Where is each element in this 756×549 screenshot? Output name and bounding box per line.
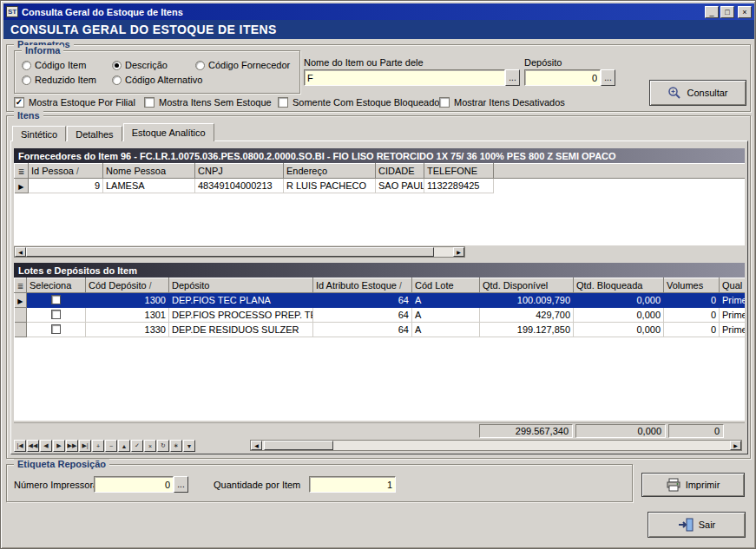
column-header-label: Qtd. Disponível — [483, 280, 548, 291]
column-header-label: Id Pessoa — [31, 166, 74, 176]
column-header-seleciona[interactable]: Seleciona — [27, 278, 86, 293]
column-header-label: Qual — [722, 280, 742, 291]
nav-delete-button[interactable]: − — [105, 440, 117, 452]
column-header-nome-pessoa[interactable]: Nome Pessoa — [103, 164, 195, 179]
nav-refresh-button[interactable]: ↻ — [157, 440, 169, 452]
column-header-label: Endereço — [286, 166, 327, 176]
column-header-label: Cód Depósito — [89, 280, 147, 291]
close-button[interactable]: × — [738, 6, 752, 18]
nav-edit-button[interactable]: ▲ — [118, 440, 130, 452]
nav-next-button[interactable]: ▶ — [53, 440, 65, 452]
cell-seleciona[interactable] — [27, 308, 86, 323]
checkbox-box — [144, 97, 154, 108]
cell-id-atributo: 64 — [313, 323, 412, 337]
minimize-button[interactable]: _ — [705, 6, 719, 18]
checkbox-box — [278, 97, 288, 108]
lotes-h-scrollbar[interactable]: ◀ ▶ — [250, 440, 742, 451]
row-checkbox[interactable] — [51, 295, 61, 304]
column-header-cnpj[interactable]: CNPJ — [195, 164, 284, 179]
nav-prior-page-button[interactable]: ◀◀ — [27, 440, 39, 452]
deposito-browse-button[interactable]: ... — [601, 69, 615, 86]
fornecedores-h-scrollbar[interactable]: ◀ ▶ — [14, 246, 465, 258]
column-header-qtd-bloqueada[interactable]: Qtd. Bloqueada — [574, 278, 664, 293]
cell-seleciona[interactable] — [27, 323, 86, 337]
checkbox-mostra-itens-sem-estoque[interactable]: Mostra Itens Sem Estoque — [144, 97, 272, 108]
radio-codigo-fornecedor[interactable]: Código Fornecedor — [195, 60, 290, 70]
totals-bar: 299.567,340 0,000 0 — [14, 422, 745, 438]
nav-last-button[interactable]: ▶| — [79, 440, 91, 452]
tab-sintetico[interactable]: Sintético — [12, 126, 66, 141]
scroll-right-arrow[interactable]: ▶ — [453, 247, 464, 257]
table-row[interactable]: 1301 DEP.FIOS PROCESSO PREP. TEC 64 A 42… — [15, 308, 746, 323]
cell-cod-deposito: 1300 — [86, 293, 169, 308]
scrollbar-track[interactable] — [262, 441, 730, 450]
column-header-deposito[interactable]: Depósito — [169, 278, 313, 293]
nav-insert-button[interactable]: + — [92, 440, 104, 452]
cell-cidade: SAO PAULO — [376, 179, 424, 193]
fornecedores-section-header: Fornecedores do Item 96 - FC.LR.1.0075.0… — [14, 148, 745, 163]
table-row[interactable]: ▶ 1300 DEP.FIOS TEC PLANA 64 A 100.009,7… — [15, 293, 746, 308]
column-header-label: CNPJ — [198, 166, 223, 176]
numero-impressora-input[interactable] — [94, 476, 174, 493]
deposito-input[interactable] — [524, 69, 601, 86]
row-checkbox[interactable] — [51, 310, 61, 319]
maximize-button[interactable]: □ — [720, 6, 734, 18]
row-checkbox[interactable] — [51, 324, 61, 334]
column-header-endereco[interactable]: Endereço — [284, 164, 376, 179]
checkbox-box — [439, 97, 450, 108]
column-header-volumes[interactable]: Volumes — [664, 278, 720, 293]
parametros-group: Parametros Informa Código Item Descrição… — [6, 44, 751, 112]
numero-impressora-browse-button[interactable]: ... — [174, 476, 188, 493]
checkbox-somente-com-estoque-bloqueado[interactable]: Somente Com Estoque Bloqueado — [278, 97, 439, 108]
radio-reduzido-item[interactable]: Reduzido Item — [22, 75, 96, 85]
numero-impressora-label: Número Impressora — [14, 480, 98, 490]
nav-first-button[interactable]: |◀ — [14, 440, 26, 452]
nav-filter-button[interactable]: ▼ — [183, 440, 195, 452]
imprimir-button[interactable]: Imprimir — [641, 473, 745, 497]
checkbox-mostrar-itens-desativados[interactable]: Mostrar Itens Desativados — [439, 97, 565, 108]
nav-next-page-button[interactable]: ▶▶ — [66, 440, 78, 452]
nome-item-browse-button[interactable]: ... — [505, 69, 520, 86]
radio-codigo-alternativo[interactable]: Código Alternativo — [112, 75, 202, 85]
cell-cnpj: 48349104000213 — [195, 179, 284, 193]
table-row[interactable]: 1330 DEP.DE RESIDUOS SULZER 64 A 199.127… — [15, 323, 746, 337]
radio-descricao[interactable]: Descrição — [112, 60, 168, 70]
quantidade-por-item-input[interactable] — [309, 476, 396, 493]
scrollbar-track[interactable] — [26, 247, 453, 257]
column-header-cidade[interactable]: CIDADE — [376, 164, 424, 179]
consultar-label: Consultar — [687, 88, 727, 98]
column-header-cod-lote[interactable]: Cód Lote — [412, 278, 480, 293]
scrollbar-thumb[interactable] — [264, 441, 333, 450]
nav-cancel-button[interactable]: × — [144, 440, 156, 452]
sair-button[interactable]: Sair — [648, 512, 746, 538]
column-header-qtd-disponivel[interactable]: Qtd. Disponível — [480, 278, 574, 293]
cell-seleciona[interactable] — [27, 293, 86, 308]
tab-estoque-analitico[interactable]: Estoque Analítico — [123, 123, 214, 141]
column-header-id-atributo-estoque[interactable]: Id Atributo Estoque/ — [313, 278, 412, 293]
column-header-cod-deposito[interactable]: Cód Depósito/ — [86, 278, 169, 293]
column-header-id-pessoa[interactable]: Id Pessoa/ — [29, 164, 103, 179]
table-row[interactable]: ▶ 9 LAMESA 48349104000213 R LUIS PACHECO… — [15, 179, 746, 193]
scroll-left-arrow[interactable]: ◀ — [15, 247, 26, 257]
cell-telefone: 1132289425 — [424, 179, 494, 193]
radio-label: Reduzido Item — [35, 75, 96, 85]
lotes-section-header: Lotes e Depósitos do Item — [14, 263, 745, 278]
nome-item-input[interactable] — [304, 69, 505, 86]
column-header-qualidade[interactable]: Qual — [720, 278, 746, 293]
cell-qtd-bloqueada: 0,000 — [574, 323, 664, 337]
printer-icon — [667, 478, 680, 492]
scroll-left-arrow[interactable]: ◀ — [251, 441, 262, 450]
tab-detalhes[interactable]: Detalhes — [67, 126, 122, 141]
cell-volumes: 0 — [664, 308, 720, 323]
nav-prior-button[interactable]: ◀ — [40, 440, 52, 452]
nav-post-button[interactable]: ✓ — [131, 440, 143, 452]
checkbox-mostra-estoque-por-filial[interactable]: ✓ Mostra Estoque Por Filial — [14, 97, 135, 108]
scroll-right-arrow[interactable]: ▶ — [730, 441, 741, 450]
cell-cod-lote: A — [412, 293, 480, 308]
nav-bookmark-button[interactable]: ∗ — [170, 440, 182, 452]
radio-codigo-item[interactable]: Código Item — [22, 60, 86, 70]
scrollbar-thumb[interactable] — [26, 247, 434, 257]
column-header-telefone[interactable]: TELEFONE — [424, 164, 494, 179]
consultar-button[interactable]: Consultar — [649, 80, 746, 106]
check-icon: ✓ — [16, 98, 23, 107]
